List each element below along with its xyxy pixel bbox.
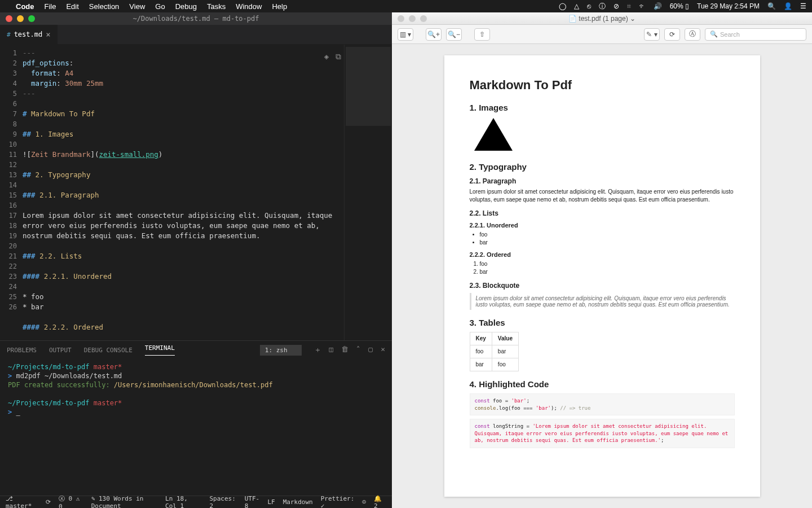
vscode-window: ~/Downloads/test.md — md-to-pdf # test.m…: [0, 12, 392, 508]
status-dnd-icon[interactable]: ⊘: [614, 2, 619, 10]
panel-tab-output[interactable]: OUTPUT: [49, 347, 72, 354]
panel-tab-debug-console[interactable]: DEBUG CONSOLE: [84, 347, 133, 354]
pdf-ol: foo bar: [470, 260, 735, 276]
sb-errors[interactable]: ⓧ 0 ⚠ 0: [59, 494, 83, 509]
tab-label: test.md: [14, 30, 43, 38]
close-tab-icon[interactable]: ×: [46, 30, 50, 39]
pdf-s1: 1. Images: [470, 103, 735, 112]
menu-tasks[interactable]: Tasks: [207, 2, 226, 11]
menu-selection[interactable]: Selection: [89, 2, 119, 11]
notification-center-icon[interactable]: ☰: [800, 2, 806, 10]
markup-button[interactable]: Ⓐ: [685, 28, 700, 41]
pdf-s222: 2.2.2. Ordered: [470, 251, 735, 258]
search-icon: 🔍: [710, 30, 718, 38]
maximize-panel-icon[interactable]: ▢: [368, 345, 373, 355]
tab-test-md[interactable]: # test.md ×: [0, 25, 58, 44]
menu-view[interactable]: View: [129, 2, 145, 11]
status-headphones-icon[interactable]: ⎋: [587, 2, 591, 10]
code-body[interactable]: ---pdf_options: format: A4 margin: 30mm …: [23, 45, 344, 340]
pdf-s3: 3. Tables: [470, 318, 735, 327]
sb-encoding[interactable]: UTF-8: [245, 495, 260, 509]
pdf-s2: 2. Typography: [470, 162, 735, 172]
pdf-s4: 4. Highlighted Code: [470, 379, 735, 389]
pdf-code2: const longString = 'Lorem ipsum dolor si…: [470, 419, 735, 448]
zoom-in-button[interactable]: 🔍+: [426, 28, 442, 41]
terminal[interactable]: ~/Projects/md-to-pdf master*> md2pdf ~/D…: [0, 359, 392, 496]
menu-go[interactable]: Go: [155, 2, 165, 11]
spotlight-icon[interactable]: 🔍: [767, 2, 776, 10]
pdf-code1: const foo = 'bar'; console.log(foo === '…: [470, 393, 735, 415]
highlight-button[interactable]: ✎ ▾: [644, 28, 660, 41]
list-item: foo: [480, 231, 735, 239]
menu-file[interactable]: File: [45, 2, 56, 11]
menu-edit[interactable]: Edit: [66, 2, 78, 11]
preview-titlebar: 📄 test.pdf (1 page) ⌄: [392, 12, 812, 25]
search-input[interactable]: 🔍 Search: [705, 28, 806, 41]
sb-lncol[interactable]: Ln 18, Col 1: [165, 495, 201, 509]
new-terminal-icon[interactable]: ＋: [314, 345, 321, 355]
preview-window: 📄 test.pdf (1 page) ⌄ ▥ ▾ 🔍+ 🔍− ⇧ ✎ ▾ ⟳ …: [392, 12, 812, 508]
pdf-blockquote: Lorem ipsum dolor sit amet consectetur a…: [470, 293, 735, 310]
sb-feedback-icon[interactable]: ☺: [362, 498, 366, 506]
sb-lang[interactable]: Markdown: [283, 498, 313, 506]
pdf-s221: 2.2.1. Unordered: [470, 222, 735, 229]
zoom-out-button[interactable]: 🔍−: [446, 28, 462, 41]
share-button[interactable]: ⇧: [474, 28, 490, 41]
status-wifi-icon[interactable]: ᯤ: [639, 2, 646, 10]
status-datetime[interactable]: Tue 29 May 2:54 PM: [697, 2, 760, 10]
vscode-window-title: ~/Downloads/test.md — md-to-pdf: [0, 15, 392, 23]
preview-toolbar: ▥ ▾ 🔍+ 🔍− ⇧ ✎ ▾ ⟳ Ⓐ 🔍 Search: [392, 25, 812, 44]
pdf-table: KeyValue foobar barfoo: [470, 332, 519, 371]
status-circle-icon[interactable]: ◯: [559, 2, 566, 10]
line-gutter: 1234567891011121314151617181920212223242…: [0, 45, 23, 340]
terminal-picker[interactable]: 1: zsh: [260, 345, 302, 356]
markdown-file-icon: #: [7, 31, 11, 38]
collapse-panel-icon[interactable]: ˄: [356, 345, 360, 355]
menubar-app[interactable]: Code: [16, 2, 34, 11]
sb-git-branch[interactable]: ⎇ master*: [6, 495, 38, 509]
list-item: bar: [480, 239, 735, 247]
pv-close-button[interactable]: [398, 15, 404, 22]
editor[interactable]: 1234567891011121314151617181920212223242…: [0, 45, 392, 340]
close-panel-icon[interactable]: ×: [381, 345, 385, 355]
pv-zoom-button[interactable]: [420, 15, 427, 22]
status-battery[interactable]: 60% ▯: [670, 2, 689, 10]
pdf-h1: Markdown To Pdf: [470, 78, 735, 93]
status-triangle-icon[interactable]: △: [574, 2, 579, 10]
pdf-s23: 2.3. Blockquote: [470, 282, 735, 290]
panel-tab-terminal[interactable]: TERMINAL: [145, 344, 175, 356]
rotate-button[interactable]: ⟳: [664, 28, 680, 41]
user-icon[interactable]: 👤: [784, 2, 792, 10]
pdf-ul: foo bar: [470, 231, 735, 247]
menu-debug[interactable]: Debug: [175, 2, 197, 11]
statusbar: ⎇ master* ⟳ ⓧ 0 ⚠ 0 ✎ 130 Words in Docum…: [0, 496, 392, 508]
editor-tabs: # test.md × ◈ ⧉ ⇄ ◫ ▥ ⋯: [0, 25, 392, 45]
preview-title: 📄 test.pdf (1 page) ⌄: [392, 15, 812, 23]
kill-terminal-icon[interactable]: 🗑: [341, 345, 348, 355]
sb-eol[interactable]: LF: [267, 498, 275, 506]
vscode-titlebar: ~/Downloads/test.md — md-to-pdf: [0, 12, 392, 25]
sb-words[interactable]: ✎ 130 Words in Document: [91, 495, 165, 509]
sb-sync-icon[interactable]: ⟳: [46, 498, 51, 506]
window-zoom-button[interactable]: [28, 15, 35, 22]
list-item: foo: [480, 260, 735, 268]
status-volume-icon[interactable]: 🔊: [654, 2, 662, 10]
menu-help[interactable]: Help: [272, 2, 287, 11]
sb-notifications[interactable]: 🔔 2: [374, 495, 386, 509]
window-close-button[interactable]: [6, 15, 12, 22]
status-bluetooth-icon[interactable]: ⌗: [627, 2, 631, 10]
sidebar-toggle-button[interactable]: ▥ ▾: [398, 28, 413, 41]
window-minimize-button[interactable]: [17, 15, 24, 22]
sb-spaces[interactable]: Spaces: 2: [209, 495, 236, 509]
panel-tab-problems[interactable]: PROBLEMS: [7, 347, 37, 354]
sb-prettier[interactable]: Prettier: ✓: [321, 495, 355, 509]
status-script-icon[interactable]: ⓘ: [599, 2, 606, 11]
menu-window[interactable]: Window: [236, 2, 262, 11]
bottom-panel: PROBLEMS OUTPUT DEBUG CONSOLE TERMINAL 1…: [0, 340, 392, 496]
pv-minimize-button[interactable]: [409, 15, 416, 22]
pdf-page: Markdown To Pdf 1. Images 2. Typography …: [444, 55, 760, 497]
split-terminal-icon[interactable]: ◫: [329, 345, 334, 355]
minimap[interactable]: [344, 45, 392, 340]
preview-canvas[interactable]: Markdown To Pdf 1. Images 2. Typography …: [392, 44, 812, 508]
document-icon: 📄: [568, 15, 577, 23]
